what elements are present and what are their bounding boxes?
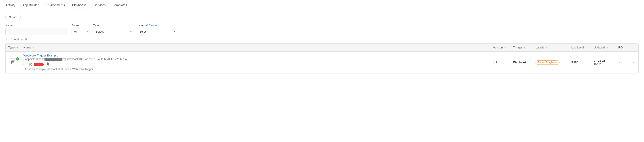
col-header-more [629,43,638,52]
playbook-description: This is an example Playbook that uses a … [24,68,488,71]
sort-icon-labels: ⇅ [546,46,548,49]
status-select[interactable]: All [72,28,90,35]
label-all-none-link[interactable]: All / None [145,24,157,27]
external-link-icon[interactable] [29,63,32,66]
nav-app-builder[interactable]: App Builder [22,0,38,10]
updated-cell: 07-26-21 15:02 [591,52,616,73]
label-filter-group: Label All / None Select ▾ [137,24,177,35]
col-header-updated[interactable]: Updated ⇅ [591,43,616,52]
status-filter-group: Status All ▾ [72,24,90,35]
new-button-label: NEW [9,15,16,19]
check-badge: ✓ [16,57,19,60]
status-filter-label: Status [72,24,90,27]
col-header-labels[interactable]: Labels ⇅ [533,43,569,52]
playbook-endpoint: Endpoint: https://██████████/api/playboo… [24,58,488,61]
name-input[interactable] [5,28,68,35]
trigger-cell: WebHook [510,52,533,73]
table-row: ✓ WebHook Trigger Example Endpoint: http… [6,52,638,73]
nav-playbooks[interactable]: Playbooks [72,0,86,10]
name-filter-label: Name [5,24,68,27]
col-header-trigger[interactable]: Trigger ⇅ [510,43,533,52]
col-header-roi: ROI [616,43,629,52]
sort-icon-version: ⇅ [504,46,506,49]
labels-cell: Demo Playbook [533,52,569,73]
sort-icon-type: ⇅ [16,46,18,49]
chevron-down-icon: ▾ [16,16,18,18]
label-select-wrap: Select ▾ [137,28,177,35]
cursor-icon [47,62,50,67]
more-options-cell: ⋮ [629,52,638,73]
name-cell: WebHook Trigger Example Endpoint: https:… [21,52,490,73]
copy-icon[interactable] [24,63,27,66]
svg-text:→: → [37,63,40,66]
svg-line-5 [30,63,32,65]
sort-icon-trigger: ⇅ [524,46,526,49]
type-select[interactable]: Select [93,28,133,35]
type-select-wrap: Select ▾ [93,28,133,35]
type-cell: ✓ [6,52,21,73]
name-filter-group: Name [5,24,68,35]
type-filter-group: Type Select ▾ [93,24,133,35]
label-select[interactable]: Select [137,28,177,35]
playbook-name-link[interactable]: WebHook Trigger Example [24,54,488,57]
nav-environments[interactable]: Environments [46,0,65,10]
results-count: 1 of 1 total result [5,38,639,41]
table-header-row: Type ⇅ Name ≡ Version ⇅ Trigger ⇅ [6,43,638,52]
navigation: Activity App Builder Environments Playbo… [0,0,644,10]
nav-templates[interactable]: Templates [113,0,127,10]
filters-row: Name Status All ▾ Type Select ▾ [5,24,639,35]
playbook-type-icon: ✓ [9,58,17,66]
status-select-wrap: All ▾ [72,28,90,35]
label-filter-label: Label [137,24,143,27]
sort-icon-name: ≡ [33,46,34,49]
more-options-button[interactable]: ⋮ [632,60,636,65]
col-header-type[interactable]: Type ⇅ [6,43,21,52]
playbooks-table: Type ⇅ Name ≡ Version ⇅ Trigger ⇅ [5,43,639,73]
main-content: NEW ▾ Name Status All ▾ Type [0,10,644,77]
label-badge[interactable]: Demo Playbook [536,60,560,65]
type-filter-label: Type [93,24,99,27]
roi-cell: ∧∨ [616,52,629,73]
playbook-action-buttons: → [24,62,488,67]
svg-rect-4 [25,64,27,66]
version-cell: 1.2 [490,52,510,73]
col-header-version[interactable]: Version ⇅ [490,43,510,52]
red-arrow-icon[interactable]: → [34,62,44,67]
col-header-name[interactable]: Name ≡ [21,43,490,52]
log-level-cell: INFO [569,52,591,73]
col-header-log-level[interactable]: Log Level ⇅ [569,43,591,52]
sort-icon-updated: ⇅ [606,46,608,49]
nav-services[interactable]: Services [94,0,106,10]
nav-activity[interactable]: Activity [5,0,15,10]
new-button[interactable]: NEW ▾ [5,14,21,20]
sort-icon-log-level: ⇅ [586,46,588,49]
